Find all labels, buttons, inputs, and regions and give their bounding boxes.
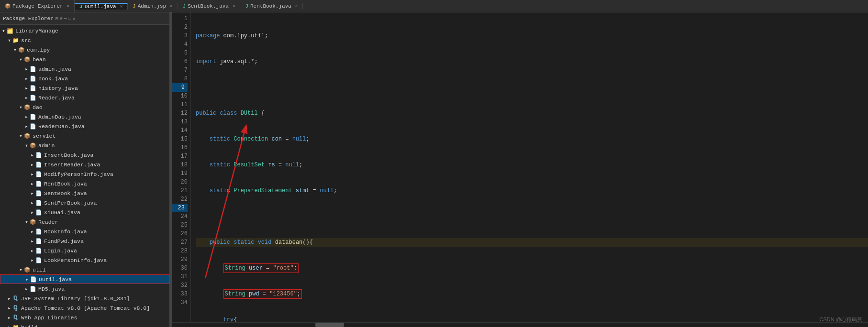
tab-sentbook-java[interactable]: J SentBook.java ✕ [178, 3, 241, 9]
java-icon-sentbook: 📄 [35, 190, 43, 196]
expand-lookperson[interactable] [31, 257, 35, 263]
tree-item-bookinfo[interactable]: 📄 BookInfo.java [0, 227, 169, 236]
expand-sentperbook[interactable] [31, 199, 35, 206]
label-bookjava: book.java [38, 76, 68, 82]
expand-xiugai[interactable] [31, 209, 35, 216]
code-line-8 [196, 212, 868, 221]
tree-item-tomcat[interactable]: 🗜️ Apache Tomcat v8.0 [Apache Tomcat v8.… [0, 303, 169, 313]
label-util: util [33, 267, 46, 273]
label-readerjava: Reader.java [38, 95, 75, 101]
tree-item-sentbook[interactable]: 📄 SentBook.java [0, 188, 169, 198]
expand-libmanage[interactable] [2, 27, 7, 34]
tab-sentbook-close[interactable]: ✕ [233, 3, 235, 9]
bottom-scrollbar[interactable] [172, 322, 868, 327]
tree-item-comlpy[interactable]: 📦 com.lpy [0, 45, 169, 54]
expand-modifyperson[interactable] [31, 171, 35, 177]
expand-dutil[interactable] [25, 276, 30, 283]
expand-admin-pkg[interactable] [25, 142, 30, 149]
tree-item-jre[interactable]: 🗜️ JRE System Library [jdk1.8.0_331] [0, 294, 169, 303]
tree-item-login[interactable]: 📄 Login.java [0, 246, 169, 255]
tree-item-admin-pkg[interactable]: 📦 admin [0, 141, 169, 150]
tree-item-webapp[interactable]: 🗜️ Web App Libraries [0, 313, 169, 322]
tree-item-adminjava[interactable]: 📄 admin.java [0, 64, 169, 74]
folder-icon-build: 📁 [12, 324, 20, 327]
tab-rentbook-java[interactable]: J RentBook.java ✕ [240, 3, 303, 9]
collapse-icon[interactable]: ⊟ [56, 16, 58, 22]
src-icon: 📁 [12, 37, 20, 44]
tree-item-insertbook[interactable]: 📄 InsertBook.java [0, 150, 169, 160]
tree-item-insertreader[interactable]: 📄 InsertReader.java [0, 160, 169, 169]
expand-bookjava[interactable] [25, 75, 30, 82]
tree-item-findpwd[interactable]: 📄 FindPwd.java [0, 236, 169, 246]
tree-item-admindao[interactable]: 📄 AdminDao.java [0, 112, 169, 121]
maximize-icon[interactable]: □ [68, 16, 71, 22]
expand-login[interactable] [31, 247, 35, 254]
expand-md5[interactable] [25, 285, 30, 292]
expand-build[interactable] [8, 324, 12, 327]
code-line-10: String user = "root"; [196, 264, 868, 272]
expand-tomcat[interactable] [8, 305, 12, 311]
tree-item-readerdao[interactable]: 📄 ReaderDao.java [0, 121, 169, 131]
tree-item-servlet[interactable]: 📦 servlet [0, 131, 169, 141]
tab-package-explorer[interactable]: 📦 Package Explorer ✕ [0, 0, 75, 12]
tree-item-rentbook[interactable]: 📄 RentBook.java [0, 179, 169, 188]
expand-webapp[interactable] [8, 314, 12, 321]
expand-insertreader[interactable] [31, 161, 35, 168]
tree-item-modifyperson[interactable]: 📄 ModifyPersonInfo.java [0, 169, 169, 179]
close-sidebar-icon[interactable]: ✕ [73, 16, 76, 22]
label-libmanage: LibraryManage [15, 28, 58, 34]
expand-readerjava[interactable] [25, 94, 30, 101]
expand-bean[interactable] [19, 56, 24, 63]
expand-historyjava[interactable] [25, 85, 30, 91]
code-content[interactable]: package com.lpy.util; import java.sql.*;… [191, 12, 868, 322]
tree-item-libmanage[interactable]: 🗂️ LibraryManage [0, 26, 169, 35]
expand-findpwd[interactable] [31, 238, 35, 244]
tree-item-build[interactable]: 📁 build [0, 322, 169, 327]
expand-rentbook[interactable] [31, 180, 35, 187]
expand-readerdao[interactable] [25, 123, 30, 130]
tree-item-util[interactable]: 📦 util [0, 265, 169, 274]
tab-dutil-close[interactable]: ✕ [120, 4, 122, 9]
expand-util[interactable] [19, 266, 24, 273]
tree-item-sentperbook[interactable]: 📄 SentPerBook.java [0, 198, 169, 207]
expand-sentbook[interactable] [31, 190, 35, 196]
expand-comlpy[interactable] [13, 46, 18, 53]
tab-package-explorer-close[interactable]: ✕ [67, 3, 69, 9]
tab-rentbook-label: RentBook.java [250, 3, 291, 9]
expand-adminjava[interactable] [25, 65, 30, 72]
label-lookperson: LookPersonInfo.java [44, 257, 107, 263]
tree-item-historyjava[interactable]: 📄 history.java [0, 83, 169, 93]
tab-dutil-java[interactable]: J DUtil.java ✕ [75, 3, 128, 10]
expand-src[interactable] [8, 37, 12, 44]
tree-item-reader-pkg[interactable]: 📦 Reader [0, 217, 169, 227]
expand-bookinfo[interactable] [31, 228, 35, 235]
expand-dao[interactable] [19, 104, 24, 110]
tree-item-bean[interactable]: 📦 bean [0, 54, 169, 64]
expand-servlet[interactable] [19, 132, 24, 139]
code-line-11: String pwd = "123456"; [196, 290, 868, 298]
expand-jre[interactable] [8, 295, 12, 302]
tab-admin-jsp[interactable]: J Admin.jsp ✕ [128, 3, 178, 9]
sidebar: Package Explorer ⊟ ⊕ — □ ✕ 🗂️ LibraryMan… [0, 12, 170, 327]
tree-item-bookjava[interactable]: 📄 book.java [0, 74, 169, 83]
tree-item-dao[interactable]: 📦 dao [0, 102, 169, 112]
java-icon-sentperbook: 📄 [35, 200, 43, 206]
tree-item-src[interactable]: 📁 src [0, 35, 169, 45]
label-dao: dao [33, 104, 43, 110]
tree-item-xiugai[interactable]: 📄 XiuGai.java [0, 207, 169, 217]
link-icon[interactable]: ⊕ [60, 16, 63, 22]
tab-bar: 📦 Package Explorer ✕ J DUtil.java ✕ J Ad… [0, 0, 868, 12]
tree-item-readerjava[interactable]: 📄 Reader.java [0, 93, 169, 102]
tab-admin-close[interactable]: ✕ [170, 3, 172, 9]
tab-rentbook-close[interactable]: ✕ [295, 3, 298, 9]
main-area: Package Explorer ⊟ ⊕ — □ ✕ 🗂️ LibraryMan… [0, 12, 868, 327]
minimize-icon[interactable]: — [64, 16, 67, 22]
expand-reader-pkg[interactable] [25, 218, 30, 225]
expand-admindao[interactable] [25, 113, 30, 120]
tree-item-lookperson[interactable]: 📄 LookPersonInfo.java [0, 255, 169, 265]
expand-insertbook[interactable] [31, 152, 35, 158]
code-line-3 [196, 83, 868, 92]
code-container[interactable]: 1 2 3 4 5 6 7 8 9 10 11 12 13 14 15 16 1… [172, 12, 868, 322]
tree-item-md5[interactable]: 📄 MD5.java [0, 284, 169, 294]
tree-item-dutil[interactable]: 📄 DUtil.java [0, 274, 169, 284]
